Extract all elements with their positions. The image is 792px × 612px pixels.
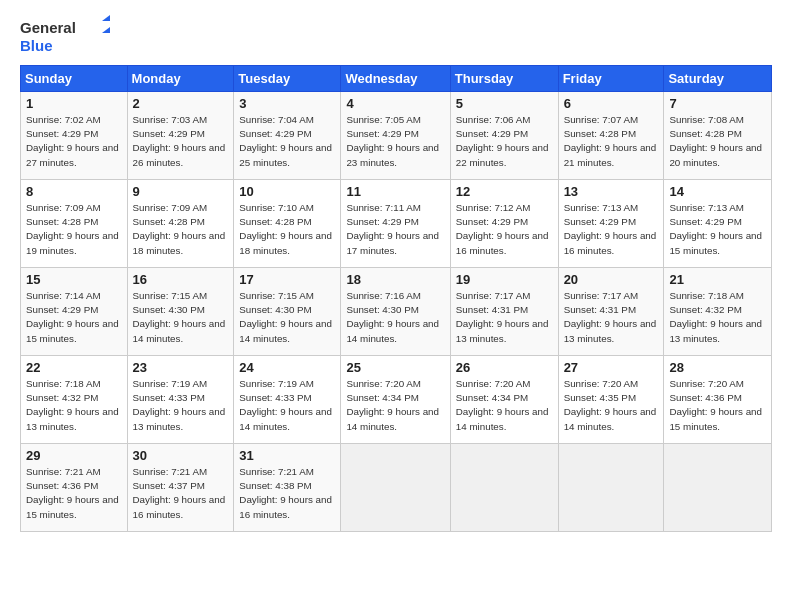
day-info: Sunrise: 7:15 AM Sunset: 4:30 PM Dayligh… (133, 289, 229, 346)
calendar-cell: 24 Sunrise: 7:19 AM Sunset: 4:33 PM Dayl… (234, 356, 341, 444)
calendar-cell: 14 Sunrise: 7:13 AM Sunset: 4:29 PM Dayl… (664, 180, 772, 268)
calendar-cell: 23 Sunrise: 7:19 AM Sunset: 4:33 PM Dayl… (127, 356, 234, 444)
calendar-cell: 22 Sunrise: 7:18 AM Sunset: 4:32 PM Dayl… (21, 356, 128, 444)
col-header-sunday: Sunday (21, 66, 128, 92)
col-header-thursday: Thursday (450, 66, 558, 92)
day-info: Sunrise: 7:16 AM Sunset: 4:30 PM Dayligh… (346, 289, 444, 346)
calendar-cell: 16 Sunrise: 7:15 AM Sunset: 4:30 PM Dayl… (127, 268, 234, 356)
calendar-cell: 21 Sunrise: 7:18 AM Sunset: 4:32 PM Dayl… (664, 268, 772, 356)
calendar-cell: 28 Sunrise: 7:20 AM Sunset: 4:36 PM Dayl… (664, 356, 772, 444)
calendar-cell: 19 Sunrise: 7:17 AM Sunset: 4:31 PM Dayl… (450, 268, 558, 356)
calendar-cell: 11 Sunrise: 7:11 AM Sunset: 4:29 PM Dayl… (341, 180, 450, 268)
day-info: Sunrise: 7:20 AM Sunset: 4:34 PM Dayligh… (346, 377, 444, 434)
calendar-cell: 27 Sunrise: 7:20 AM Sunset: 4:35 PM Dayl… (558, 356, 664, 444)
day-info: Sunrise: 7:06 AM Sunset: 4:29 PM Dayligh… (456, 113, 553, 170)
day-info: Sunrise: 7:17 AM Sunset: 4:31 PM Dayligh… (456, 289, 553, 346)
day-number: 13 (564, 184, 659, 199)
day-info: Sunrise: 7:21 AM Sunset: 4:38 PM Dayligh… (239, 465, 335, 522)
calendar-cell: 3 Sunrise: 7:04 AM Sunset: 4:29 PM Dayli… (234, 92, 341, 180)
day-number: 24 (239, 360, 335, 375)
day-number: 9 (133, 184, 229, 199)
calendar-cell: 12 Sunrise: 7:12 AM Sunset: 4:29 PM Dayl… (450, 180, 558, 268)
calendar-cell: 31 Sunrise: 7:21 AM Sunset: 4:38 PM Dayl… (234, 444, 341, 532)
day-info: Sunrise: 7:21 AM Sunset: 4:37 PM Dayligh… (133, 465, 229, 522)
day-info: Sunrise: 7:07 AM Sunset: 4:28 PM Dayligh… (564, 113, 659, 170)
col-header-saturday: Saturday (664, 66, 772, 92)
calendar-header-row: SundayMondayTuesdayWednesdayThursdayFrid… (21, 66, 772, 92)
svg-marker-3 (102, 27, 110, 33)
svg-text:Blue: Blue (20, 37, 53, 54)
day-number: 4 (346, 96, 444, 111)
svg-marker-2 (102, 15, 110, 21)
day-number: 10 (239, 184, 335, 199)
day-number: 28 (669, 360, 766, 375)
day-info: Sunrise: 7:03 AM Sunset: 4:29 PM Dayligh… (133, 113, 229, 170)
calendar-week-1: 1 Sunrise: 7:02 AM Sunset: 4:29 PM Dayli… (21, 92, 772, 180)
day-number: 3 (239, 96, 335, 111)
day-info: Sunrise: 7:17 AM Sunset: 4:31 PM Dayligh… (564, 289, 659, 346)
calendar-cell (450, 444, 558, 532)
day-number: 17 (239, 272, 335, 287)
day-number: 14 (669, 184, 766, 199)
day-info: Sunrise: 7:20 AM Sunset: 4:34 PM Dayligh… (456, 377, 553, 434)
day-info: Sunrise: 7:10 AM Sunset: 4:28 PM Dayligh… (239, 201, 335, 258)
calendar-cell: 10 Sunrise: 7:10 AM Sunset: 4:28 PM Dayl… (234, 180, 341, 268)
calendar-cell: 6 Sunrise: 7:07 AM Sunset: 4:28 PM Dayli… (558, 92, 664, 180)
day-number: 25 (346, 360, 444, 375)
day-info: Sunrise: 7:14 AM Sunset: 4:29 PM Dayligh… (26, 289, 122, 346)
day-number: 11 (346, 184, 444, 199)
day-number: 8 (26, 184, 122, 199)
calendar-cell: 20 Sunrise: 7:17 AM Sunset: 4:31 PM Dayl… (558, 268, 664, 356)
calendar-cell: 17 Sunrise: 7:15 AM Sunset: 4:30 PM Dayl… (234, 268, 341, 356)
day-number: 5 (456, 96, 553, 111)
day-info: Sunrise: 7:04 AM Sunset: 4:29 PM Dayligh… (239, 113, 335, 170)
day-number: 29 (26, 448, 122, 463)
day-info: Sunrise: 7:20 AM Sunset: 4:36 PM Dayligh… (669, 377, 766, 434)
day-number: 21 (669, 272, 766, 287)
day-number: 15 (26, 272, 122, 287)
calendar-week-4: 22 Sunrise: 7:18 AM Sunset: 4:32 PM Dayl… (21, 356, 772, 444)
day-number: 18 (346, 272, 444, 287)
day-number: 12 (456, 184, 553, 199)
calendar-week-3: 15 Sunrise: 7:14 AM Sunset: 4:29 PM Dayl… (21, 268, 772, 356)
calendar-cell: 29 Sunrise: 7:21 AM Sunset: 4:36 PM Dayl… (21, 444, 128, 532)
calendar-cell: 7 Sunrise: 7:08 AM Sunset: 4:28 PM Dayli… (664, 92, 772, 180)
col-header-tuesday: Tuesday (234, 66, 341, 92)
calendar-cell: 8 Sunrise: 7:09 AM Sunset: 4:28 PM Dayli… (21, 180, 128, 268)
calendar-cell (558, 444, 664, 532)
calendar-week-2: 8 Sunrise: 7:09 AM Sunset: 4:28 PM Dayli… (21, 180, 772, 268)
day-info: Sunrise: 7:18 AM Sunset: 4:32 PM Dayligh… (669, 289, 766, 346)
day-number: 16 (133, 272, 229, 287)
calendar-cell: 26 Sunrise: 7:20 AM Sunset: 4:34 PM Dayl… (450, 356, 558, 444)
day-info: Sunrise: 7:13 AM Sunset: 4:29 PM Dayligh… (564, 201, 659, 258)
day-number: 23 (133, 360, 229, 375)
day-info: Sunrise: 7:09 AM Sunset: 4:28 PM Dayligh… (133, 201, 229, 258)
day-info: Sunrise: 7:09 AM Sunset: 4:28 PM Dayligh… (26, 201, 122, 258)
day-info: Sunrise: 7:12 AM Sunset: 4:29 PM Dayligh… (456, 201, 553, 258)
day-number: 19 (456, 272, 553, 287)
calendar-cell: 9 Sunrise: 7:09 AM Sunset: 4:28 PM Dayli… (127, 180, 234, 268)
day-number: 20 (564, 272, 659, 287)
day-info: Sunrise: 7:11 AM Sunset: 4:29 PM Dayligh… (346, 201, 444, 258)
calendar-cell: 2 Sunrise: 7:03 AM Sunset: 4:29 PM Dayli… (127, 92, 234, 180)
day-number: 6 (564, 96, 659, 111)
page: General Blue SundayMondayTuesdayWednesda… (0, 0, 792, 612)
col-header-monday: Monday (127, 66, 234, 92)
calendar-cell: 30 Sunrise: 7:21 AM Sunset: 4:37 PM Dayl… (127, 444, 234, 532)
logo-svg: General Blue (20, 15, 110, 55)
calendar-cell: 5 Sunrise: 7:06 AM Sunset: 4:29 PM Dayli… (450, 92, 558, 180)
calendar-cell (341, 444, 450, 532)
header: General Blue (20, 15, 772, 55)
calendar-cell: 18 Sunrise: 7:16 AM Sunset: 4:30 PM Dayl… (341, 268, 450, 356)
calendar-cell: 4 Sunrise: 7:05 AM Sunset: 4:29 PM Dayli… (341, 92, 450, 180)
day-number: 27 (564, 360, 659, 375)
calendar-cell: 25 Sunrise: 7:20 AM Sunset: 4:34 PM Dayl… (341, 356, 450, 444)
calendar-week-5: 29 Sunrise: 7:21 AM Sunset: 4:36 PM Dayl… (21, 444, 772, 532)
calendar-cell (664, 444, 772, 532)
calendar-cell: 15 Sunrise: 7:14 AM Sunset: 4:29 PM Dayl… (21, 268, 128, 356)
day-number: 30 (133, 448, 229, 463)
logo: General Blue (20, 15, 110, 55)
calendar-cell: 13 Sunrise: 7:13 AM Sunset: 4:29 PM Dayl… (558, 180, 664, 268)
calendar-table: SundayMondayTuesdayWednesdayThursdayFrid… (20, 65, 772, 532)
day-info: Sunrise: 7:05 AM Sunset: 4:29 PM Dayligh… (346, 113, 444, 170)
